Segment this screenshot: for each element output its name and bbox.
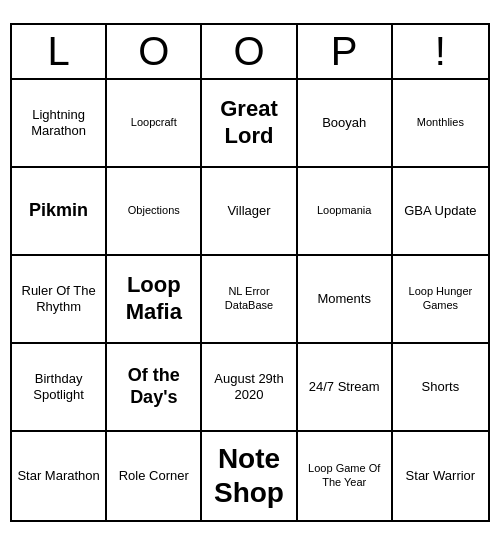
bingo-cell-21: Role Corner <box>107 432 202 520</box>
cell-text-6: Objections <box>128 204 180 217</box>
bingo-cell-23: Loop Game Of The Year <box>298 432 393 520</box>
bingo-cell-12: NL Error DataBase <box>202 256 297 344</box>
bingo-cell-22: Note Shop <box>202 432 297 520</box>
cell-text-14: Loop Hunger Games <box>397 285 484 311</box>
cell-text-21: Role Corner <box>119 468 189 484</box>
bingo-cell-2: Great Lord <box>202 80 297 168</box>
cell-text-12: NL Error DataBase <box>206 285 291 311</box>
bingo-cell-4: Monthlies <box>393 80 488 168</box>
cell-text-22: Note Shop <box>206 442 291 509</box>
header-cell-4: ! <box>393 25 488 78</box>
bingo-cell-5: Pikmin <box>12 168 107 256</box>
cell-text-2: Great Lord <box>206 96 291 149</box>
bingo-cell-24: Star Warrior <box>393 432 488 520</box>
cell-text-15: Birthday Spotlight <box>16 371 101 402</box>
cell-text-23: Loop Game Of The Year <box>302 462 387 488</box>
bingo-cell-0: Lightning Marathon <box>12 80 107 168</box>
bingo-cell-6: Objections <box>107 168 202 256</box>
cell-text-18: 24/7 Stream <box>309 379 380 395</box>
bingo-cell-11: Loop Mafia <box>107 256 202 344</box>
bingo-cell-13: Moments <box>298 256 393 344</box>
cell-text-5: Pikmin <box>29 200 88 222</box>
header-cell-3: P <box>298 25 393 78</box>
bingo-cell-20: Star Marathon <box>12 432 107 520</box>
bingo-cell-9: GBA Update <box>393 168 488 256</box>
bingo-cell-7: Villager <box>202 168 297 256</box>
cell-text-4: Monthlies <box>417 116 464 129</box>
bingo-grid: Lightning MarathonLoopcraftGreat LordBoo… <box>12 80 488 520</box>
cell-text-11: Loop Mafia <box>111 272 196 325</box>
cell-text-13: Moments <box>317 291 370 307</box>
cell-text-7: Villager <box>227 203 270 219</box>
bingo-cell-8: Loopmania <box>298 168 393 256</box>
cell-text-8: Loopmania <box>317 204 371 217</box>
bingo-header: LOOP! <box>12 25 488 80</box>
header-cell-1: O <box>107 25 202 78</box>
cell-text-19: Shorts <box>422 379 460 395</box>
cell-text-3: Booyah <box>322 115 366 131</box>
cell-text-17: August 29th 2020 <box>206 371 291 402</box>
cell-text-9: GBA Update <box>404 203 476 219</box>
cell-text-24: Star Warrior <box>406 468 476 484</box>
cell-text-16: Of the Day's <box>111 365 196 408</box>
bingo-cell-1: Loopcraft <box>107 80 202 168</box>
bingo-card: LOOP! Lightning MarathonLoopcraftGreat L… <box>10 23 490 522</box>
cell-text-1: Loopcraft <box>131 116 177 129</box>
bingo-cell-14: Loop Hunger Games <box>393 256 488 344</box>
cell-text-10: Ruler Of The Rhythm <box>16 283 101 314</box>
bingo-cell-19: Shorts <box>393 344 488 432</box>
bingo-cell-18: 24/7 Stream <box>298 344 393 432</box>
bingo-cell-15: Birthday Spotlight <box>12 344 107 432</box>
cell-text-0: Lightning Marathon <box>16 107 101 138</box>
header-cell-2: O <box>202 25 297 78</box>
cell-text-20: Star Marathon <box>17 468 99 484</box>
bingo-cell-16: Of the Day's <box>107 344 202 432</box>
bingo-cell-17: August 29th 2020 <box>202 344 297 432</box>
header-cell-0: L <box>12 25 107 78</box>
bingo-cell-3: Booyah <box>298 80 393 168</box>
bingo-cell-10: Ruler Of The Rhythm <box>12 256 107 344</box>
